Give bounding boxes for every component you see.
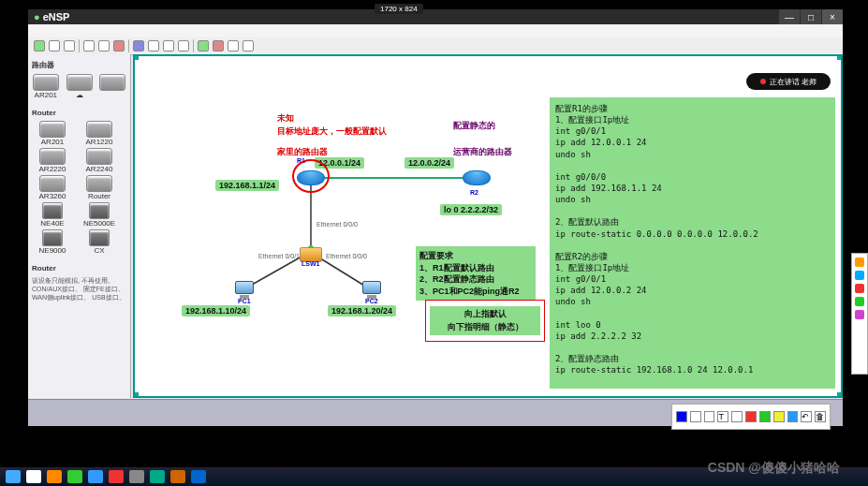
taskbar-app[interactable] — [109, 470, 124, 483]
palette-device[interactable]: NE40E — [32, 202, 73, 228]
color-blue[interactable] — [787, 411, 799, 422]
palette-device[interactable]: CX — [79, 229, 120, 255]
tool-icon[interactable] — [49, 40, 60, 52]
menubar[interactable] — [28, 24, 843, 38]
tool-icon[interactable] — [855, 297, 864, 306]
taskbar-app[interactable] — [88, 470, 103, 483]
taskbar-app[interactable] — [170, 470, 185, 483]
annotation-text: 目标地址庞大，一般配置默认 — [277, 125, 387, 138]
taskbar-app[interactable] — [129, 470, 144, 483]
palette-subheader: Router — [32, 109, 126, 117]
ip-label: 192.168.1.1/24 — [215, 180, 279, 191]
pen-icon[interactable] — [690, 411, 701, 422]
app-logo: ● eNSP — [34, 11, 69, 22]
tool-icon[interactable] — [228, 40, 239, 52]
toolbar — [28, 37, 843, 55]
requirements-box: 配置要求 1、R1配置默认路由 2、R2配置静态路由 3、PC1和PC2能pin… — [416, 246, 536, 301]
info-panel-text: 该设备只能模拟, 不再使用。 CON/AUX接口。 固定FE接口。 WAN侧up… — [32, 276, 126, 302]
taskbar-app[interactable] — [47, 470, 62, 483]
close-button[interactable]: × — [822, 9, 843, 24]
maximize-button[interactable]: □ — [801, 9, 821, 24]
resize-handle[interactable] — [133, 392, 139, 398]
palette-device[interactable]: AR1220 — [79, 121, 120, 146]
palette-device[interactable]: ☁ — [66, 74, 94, 99]
highlight-ring — [292, 159, 330, 193]
palette-device[interactable]: AR2220 — [32, 148, 73, 173]
tool-icon[interactable] — [243, 40, 254, 52]
highlighter-icon[interactable] — [704, 411, 715, 422]
palette-device[interactable]: AR3260 — [32, 175, 73, 200]
side-tool-panel[interactable] — [851, 253, 868, 375]
start-button[interactable] — [6, 470, 21, 483]
topology-canvas[interactable]: 未知 目标地址庞大，一般配置默认 家里的路由器 配置静态的 运营商的路由器 19… — [133, 54, 843, 398]
app-window: ● eNSP — □ × 路由器 AR201 ☁ R — [28, 9, 843, 426]
annotation-toolbar[interactable]: T ↶ 🗑 — [671, 404, 831, 430]
trash-icon[interactable]: 🗑 — [815, 411, 826, 422]
shape-icon[interactable] — [731, 411, 743, 422]
annotation-text: 配置静态的 — [453, 120, 495, 132]
start-icon[interactable] — [198, 40, 209, 52]
taskbar-app[interactable] — [150, 470, 165, 483]
ip-label: 12.0.0.2/24 — [405, 157, 454, 169]
tool-icon[interactable] — [163, 40, 174, 52]
palette-device[interactable]: Router — [79, 175, 120, 200]
device-label: PC2 — [365, 298, 378, 304]
watermark: CSDN @傻傻小猪哈哈 — [708, 460, 840, 477]
undo-icon[interactable]: ↶ — [801, 411, 812, 422]
pointer-icon[interactable] — [676, 411, 687, 422]
separator — [79, 39, 80, 52]
tool-icon[interactable] — [64, 40, 75, 52]
annotation-text: 运营商的路由器 — [453, 146, 512, 158]
palette-device[interactable]: AR2240 — [79, 148, 120, 173]
palette-device[interactable]: AR201 — [32, 121, 73, 146]
palette-device[interactable]: NE9000 — [32, 229, 73, 255]
resize-handle[interactable] — [133, 54, 139, 60]
config-steps-panel: 配置R1的步骤 1、配置接口Ip地址 int g0/0/1 ip add 12.… — [550, 97, 835, 389]
tool-icon[interactable] — [83, 40, 95, 52]
resize-handle[interactable] — [837, 54, 843, 60]
tool-icon[interactable] — [113, 40, 125, 52]
palette-device[interactable] — [98, 74, 126, 99]
tool-icon[interactable] — [133, 40, 144, 52]
annotation-text: 未知 — [277, 112, 294, 125]
port-label: Ethernet 0/0/0 — [316, 221, 358, 228]
text-icon[interactable]: T — [717, 411, 728, 422]
palette-device[interactable]: AR201 — [32, 74, 60, 99]
separator — [193, 39, 194, 52]
tool-icon[interactable] — [148, 40, 159, 52]
minimize-button[interactable]: — — [779, 9, 800, 24]
capture-size-badge: 1720 x 824 — [375, 4, 423, 14]
taskbar-app[interactable] — [67, 470, 82, 483]
separator — [128, 39, 129, 52]
tool-icon[interactable] — [855, 284, 864, 293]
tool-icon[interactable] — [855, 271, 864, 280]
tool-icon[interactable] — [98, 40, 110, 52]
tool-icon[interactable] — [178, 40, 189, 52]
hint-box: 向上指默认 向下指明细（静态） — [425, 300, 545, 342]
device-label: PC1 — [238, 298, 251, 304]
titlebar: ● eNSP — □ × — [28, 9, 843, 24]
port-label: Ethernet 0/0/1 — [258, 253, 300, 259]
ip-label: 192.168.1.10/24 — [182, 305, 250, 317]
recording-toast: 正在讲话 老师 — [746, 73, 831, 90]
palette-device[interactable]: NE5000E — [79, 202, 120, 228]
device-palette: 路由器 AR201 ☁ Router AR201AR1220 AR2220AR2… — [28, 54, 131, 398]
palette-header: 路由器 — [32, 60, 126, 70]
search-icon[interactable] — [26, 470, 41, 483]
resize-handle[interactable] — [837, 392, 843, 398]
tool-icon[interactable] — [855, 310, 864, 319]
port-label: Ethernet 0/0/0 — [326, 253, 367, 259]
device-label: LSW1 — [302, 260, 319, 267]
tool-icon[interactable] — [855, 258, 864, 267]
device-label: R2 — [470, 189, 478, 196]
stop-icon[interactable] — [213, 40, 224, 52]
router-r2[interactable] — [463, 167, 491, 187]
tool-icon[interactable] — [34, 40, 45, 52]
ip-label: 192.168.1.20/24 — [328, 305, 396, 317]
taskbar-app[interactable] — [191, 470, 206, 483]
window-buttons: — □ × — [778, 9, 843, 24]
ip-label: lo 0 2.2.2.2/32 — [440, 204, 502, 215]
color-green[interactable] — [759, 411, 771, 422]
color-red[interactable] — [745, 411, 757, 422]
color-yellow[interactable] — [773, 411, 785, 422]
